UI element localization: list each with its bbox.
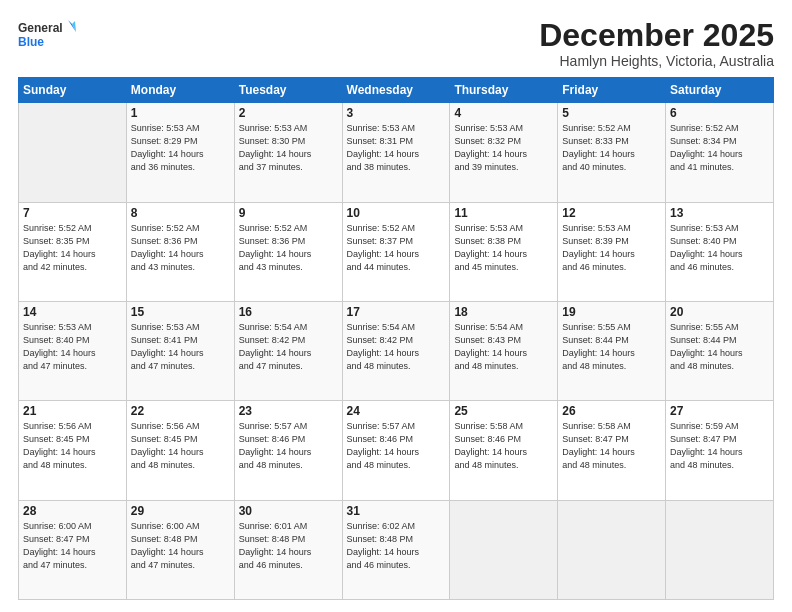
calendar-cell: 28Sunrise: 6:00 AM Sunset: 8:47 PM Dayli… bbox=[19, 500, 127, 599]
calendar-cell: 23Sunrise: 5:57 AM Sunset: 8:46 PM Dayli… bbox=[234, 401, 342, 500]
calendar-cell: 13Sunrise: 5:53 AM Sunset: 8:40 PM Dayli… bbox=[666, 202, 774, 301]
weekday-header-sunday: Sunday bbox=[19, 78, 127, 103]
day-info: Sunrise: 5:53 AM Sunset: 8:39 PM Dayligh… bbox=[562, 222, 661, 274]
weekday-header-friday: Friday bbox=[558, 78, 666, 103]
calendar-cell: 20Sunrise: 5:55 AM Sunset: 8:44 PM Dayli… bbox=[666, 301, 774, 400]
week-row-3: 14Sunrise: 5:53 AM Sunset: 8:40 PM Dayli… bbox=[19, 301, 774, 400]
day-number: 22 bbox=[131, 404, 230, 418]
day-number: 17 bbox=[347, 305, 446, 319]
weekday-header-thursday: Thursday bbox=[450, 78, 558, 103]
day-number: 1 bbox=[131, 106, 230, 120]
day-info: Sunrise: 5:54 AM Sunset: 8:43 PM Dayligh… bbox=[454, 321, 553, 373]
day-info: Sunrise: 5:57 AM Sunset: 8:46 PM Dayligh… bbox=[347, 420, 446, 472]
calendar-cell: 12Sunrise: 5:53 AM Sunset: 8:39 PM Dayli… bbox=[558, 202, 666, 301]
weekday-header-monday: Monday bbox=[126, 78, 234, 103]
calendar-cell: 9Sunrise: 5:52 AM Sunset: 8:36 PM Daylig… bbox=[234, 202, 342, 301]
week-row-4: 21Sunrise: 5:56 AM Sunset: 8:45 PM Dayli… bbox=[19, 401, 774, 500]
day-number: 12 bbox=[562, 206, 661, 220]
calendar-cell: 25Sunrise: 5:58 AM Sunset: 8:46 PM Dayli… bbox=[450, 401, 558, 500]
day-number: 11 bbox=[454, 206, 553, 220]
day-info: Sunrise: 5:53 AM Sunset: 8:41 PM Dayligh… bbox=[131, 321, 230, 373]
day-number: 16 bbox=[239, 305, 338, 319]
day-info: Sunrise: 5:57 AM Sunset: 8:46 PM Dayligh… bbox=[239, 420, 338, 472]
day-info: Sunrise: 5:56 AM Sunset: 8:45 PM Dayligh… bbox=[131, 420, 230, 472]
day-number: 14 bbox=[23, 305, 122, 319]
day-info: Sunrise: 5:54 AM Sunset: 8:42 PM Dayligh… bbox=[239, 321, 338, 373]
day-number: 3 bbox=[347, 106, 446, 120]
calendar-cell: 8Sunrise: 5:52 AM Sunset: 8:36 PM Daylig… bbox=[126, 202, 234, 301]
calendar-cell: 3Sunrise: 5:53 AM Sunset: 8:31 PM Daylig… bbox=[342, 103, 450, 202]
day-number: 30 bbox=[239, 504, 338, 518]
calendar-cell: 1Sunrise: 5:53 AM Sunset: 8:29 PM Daylig… bbox=[126, 103, 234, 202]
day-info: Sunrise: 5:52 AM Sunset: 8:37 PM Dayligh… bbox=[347, 222, 446, 274]
day-number: 24 bbox=[347, 404, 446, 418]
day-number: 19 bbox=[562, 305, 661, 319]
day-info: Sunrise: 5:53 AM Sunset: 8:31 PM Dayligh… bbox=[347, 122, 446, 174]
day-info: Sunrise: 5:55 AM Sunset: 8:44 PM Dayligh… bbox=[562, 321, 661, 373]
day-info: Sunrise: 6:00 AM Sunset: 8:48 PM Dayligh… bbox=[131, 520, 230, 572]
day-info: Sunrise: 5:52 AM Sunset: 8:36 PM Dayligh… bbox=[131, 222, 230, 274]
day-number: 21 bbox=[23, 404, 122, 418]
day-number: 31 bbox=[347, 504, 446, 518]
calendar-cell: 6Sunrise: 5:52 AM Sunset: 8:34 PM Daylig… bbox=[666, 103, 774, 202]
day-number: 13 bbox=[670, 206, 769, 220]
day-number: 26 bbox=[562, 404, 661, 418]
calendar-cell: 15Sunrise: 5:53 AM Sunset: 8:41 PM Dayli… bbox=[126, 301, 234, 400]
day-number: 10 bbox=[347, 206, 446, 220]
day-number: 8 bbox=[131, 206, 230, 220]
day-info: Sunrise: 5:58 AM Sunset: 8:47 PM Dayligh… bbox=[562, 420, 661, 472]
calendar-cell bbox=[558, 500, 666, 599]
day-number: 9 bbox=[239, 206, 338, 220]
calendar-cell: 7Sunrise: 5:52 AM Sunset: 8:35 PM Daylig… bbox=[19, 202, 127, 301]
day-number: 28 bbox=[23, 504, 122, 518]
subtitle: Hamlyn Heights, Victoria, Australia bbox=[539, 53, 774, 69]
day-info: Sunrise: 6:02 AM Sunset: 8:48 PM Dayligh… bbox=[347, 520, 446, 572]
calendar-cell: 30Sunrise: 6:01 AM Sunset: 8:48 PM Dayli… bbox=[234, 500, 342, 599]
calendar-cell: 24Sunrise: 5:57 AM Sunset: 8:46 PM Dayli… bbox=[342, 401, 450, 500]
calendar-cell: 27Sunrise: 5:59 AM Sunset: 8:47 PM Dayli… bbox=[666, 401, 774, 500]
calendar-cell: 19Sunrise: 5:55 AM Sunset: 8:44 PM Dayli… bbox=[558, 301, 666, 400]
day-info: Sunrise: 6:00 AM Sunset: 8:47 PM Dayligh… bbox=[23, 520, 122, 572]
day-info: Sunrise: 5:55 AM Sunset: 8:44 PM Dayligh… bbox=[670, 321, 769, 373]
day-number: 25 bbox=[454, 404, 553, 418]
day-number: 29 bbox=[131, 504, 230, 518]
calendar-cell: 18Sunrise: 5:54 AM Sunset: 8:43 PM Dayli… bbox=[450, 301, 558, 400]
logo-svg: General Blue bbox=[18, 18, 78, 56]
day-info: Sunrise: 5:53 AM Sunset: 8:40 PM Dayligh… bbox=[670, 222, 769, 274]
calendar-cell bbox=[666, 500, 774, 599]
calendar-cell: 31Sunrise: 6:02 AM Sunset: 8:48 PM Dayli… bbox=[342, 500, 450, 599]
header: General Blue December 2025 Hamlyn Height… bbox=[18, 18, 774, 69]
day-number: 5 bbox=[562, 106, 661, 120]
calendar-cell: 29Sunrise: 6:00 AM Sunset: 8:48 PM Dayli… bbox=[126, 500, 234, 599]
logo: General Blue bbox=[18, 18, 78, 56]
day-number: 23 bbox=[239, 404, 338, 418]
day-number: 20 bbox=[670, 305, 769, 319]
day-info: Sunrise: 5:53 AM Sunset: 8:30 PM Dayligh… bbox=[239, 122, 338, 174]
day-info: Sunrise: 6:01 AM Sunset: 8:48 PM Dayligh… bbox=[239, 520, 338, 572]
day-number: 18 bbox=[454, 305, 553, 319]
calendar-cell: 26Sunrise: 5:58 AM Sunset: 8:47 PM Dayli… bbox=[558, 401, 666, 500]
day-number: 27 bbox=[670, 404, 769, 418]
weekday-header-row: SundayMondayTuesdayWednesdayThursdayFrid… bbox=[19, 78, 774, 103]
calendar-cell: 17Sunrise: 5:54 AM Sunset: 8:42 PM Dayli… bbox=[342, 301, 450, 400]
calendar-cell: 11Sunrise: 5:53 AM Sunset: 8:38 PM Dayli… bbox=[450, 202, 558, 301]
day-info: Sunrise: 5:52 AM Sunset: 8:34 PM Dayligh… bbox=[670, 122, 769, 174]
day-number: 15 bbox=[131, 305, 230, 319]
calendar-cell: 14Sunrise: 5:53 AM Sunset: 8:40 PM Dayli… bbox=[19, 301, 127, 400]
week-row-2: 7Sunrise: 5:52 AM Sunset: 8:35 PM Daylig… bbox=[19, 202, 774, 301]
day-info: Sunrise: 5:58 AM Sunset: 8:46 PM Dayligh… bbox=[454, 420, 553, 472]
day-number: 6 bbox=[670, 106, 769, 120]
calendar-cell bbox=[450, 500, 558, 599]
day-info: Sunrise: 5:59 AM Sunset: 8:47 PM Dayligh… bbox=[670, 420, 769, 472]
calendar-cell: 16Sunrise: 5:54 AM Sunset: 8:42 PM Dayli… bbox=[234, 301, 342, 400]
calendar-cell: 22Sunrise: 5:56 AM Sunset: 8:45 PM Dayli… bbox=[126, 401, 234, 500]
calendar-cell: 4Sunrise: 5:53 AM Sunset: 8:32 PM Daylig… bbox=[450, 103, 558, 202]
week-row-1: 1Sunrise: 5:53 AM Sunset: 8:29 PM Daylig… bbox=[19, 103, 774, 202]
calendar-cell: 21Sunrise: 5:56 AM Sunset: 8:45 PM Dayli… bbox=[19, 401, 127, 500]
week-row-5: 28Sunrise: 6:00 AM Sunset: 8:47 PM Dayli… bbox=[19, 500, 774, 599]
day-info: Sunrise: 5:53 AM Sunset: 8:40 PM Dayligh… bbox=[23, 321, 122, 373]
day-info: Sunrise: 5:54 AM Sunset: 8:42 PM Dayligh… bbox=[347, 321, 446, 373]
calendar-cell: 5Sunrise: 5:52 AM Sunset: 8:33 PM Daylig… bbox=[558, 103, 666, 202]
calendar-cell: 2Sunrise: 5:53 AM Sunset: 8:30 PM Daylig… bbox=[234, 103, 342, 202]
weekday-header-tuesday: Tuesday bbox=[234, 78, 342, 103]
